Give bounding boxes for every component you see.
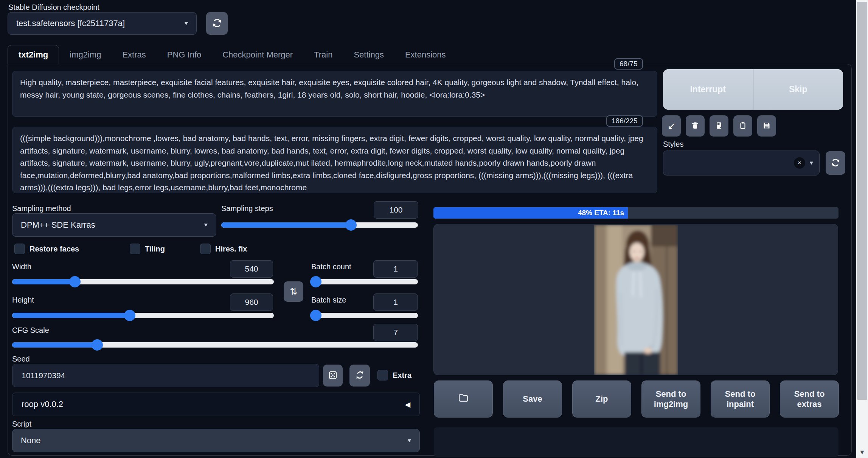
result-actions-row: Save Zip Send to img2img Send to inpaint… [434,380,839,418]
roop-accordion-title: roop v0.0.2 [22,399,63,409]
swap-width-height-button[interactable]: ⇅ [284,281,303,302]
prompt-token-counter: 68/75 [614,58,643,70]
batch-size-slider[interactable] [313,313,418,318]
progress-text: 48% ETA: 11s [578,209,624,217]
restore-faces-checkbox[interactable] [14,244,25,254]
chevron-down-icon: ▼ [408,438,411,443]
batch-count-label: Batch count [311,262,351,271]
send-to-img2img-button[interactable]: Send to img2img [641,380,700,418]
styles-dropdown[interactable]: × ▼ [663,151,820,175]
styles-label: Styles [663,140,683,149]
generate-controls: Interrupt Skip [663,69,843,110]
cfg-scale-value[interactable]: 7 [373,324,418,341]
recycle-icon [355,370,365,381]
reuse-seed-button[interactable] [349,365,370,387]
extra-seed-checkbox[interactable] [377,370,388,380]
save-style-button[interactable] [757,115,776,137]
width-slider[interactable] [12,279,274,284]
tab-checkpoint-merger[interactable]: Checkpoint Merger [212,45,303,64]
checkpoint-dropdown[interactable]: test.safetensors [fc2511737a] ▼ [8,12,197,35]
scrollbar-thumb[interactable] [857,2,867,400]
paste-generation-params-button[interactable]: ↙ [662,115,681,137]
scrollbar-down-arrow[interactable]: ▼ [856,449,868,455]
swap-dimensions-icon: ⇅ [290,286,297,297]
refresh-icon [831,158,840,169]
height-slider[interactable] [12,313,274,318]
arrow-down-left-icon: ↙ [668,121,675,132]
prompt-input[interactable]: High quality, masterpiece, masterpiece, … [12,71,657,117]
save-button[interactable]: Save [503,380,562,418]
open-folder-button[interactable] [434,380,493,418]
skip-button[interactable]: Skip [753,69,843,110]
image-preview-panel[interactable] [433,224,838,375]
slider-handle[interactable] [92,339,103,351]
sampling-method-label: Sampling method [12,204,71,213]
negative-prompt-input[interactable]: (((simple background))),monochrome ,lowr… [12,127,657,193]
tiling-checkbox[interactable] [130,244,140,254]
batch-size-label: Batch size [311,296,346,304]
slider-handle[interactable] [310,310,321,321]
interrupt-button[interactable]: Interrupt [663,69,753,110]
seed-input[interactable] [12,364,319,387]
hires-fix-checkbox[interactable] [200,244,211,254]
progress-bar-fill: 48% ETA: 11s [433,207,628,219]
stable-diffusion-webui: Stable Diffusion checkpoint test.safeten… [0,0,868,458]
refresh-checkpoint-button[interactable] [206,12,228,35]
sampling-steps-value[interactable]: 100 [374,201,418,219]
slider-handle[interactable] [310,276,321,287]
send-to-inpaint-button[interactable]: Send to inpaint [711,380,770,418]
tab-png-info[interactable]: PNG Info [157,45,212,64]
chevron-down-icon: ▼ [204,223,208,227]
tab-settings[interactable]: Settings [343,45,394,64]
negative-prompt-token-counter: 186/225 [606,115,643,127]
random-seed-button[interactable] [323,365,343,387]
batch-size-value[interactable]: 1 [373,293,418,311]
script-dropdown-value: None [21,436,41,446]
progress-bar: 48% ETA: 11s [433,207,838,219]
script-dropdown[interactable]: None ▼ [12,429,420,452]
batch-count-slider[interactable] [313,279,418,284]
slider-handle[interactable] [345,219,357,231]
cfg-scale-label: CFG Scale [12,326,49,335]
tab-img2img[interactable]: img2img [59,45,112,64]
trash-icon [691,121,700,131]
slider-handle[interactable] [124,310,135,321]
tiling-label: Tiling [145,245,165,253]
cfg-scale-slider[interactable] [12,342,418,348]
chevron-down-icon: ▼ [810,161,813,165]
checkpoint-dropdown-value: test.safetensors [fc2511737a] [16,19,125,28]
slider-handle[interactable] [69,276,81,287]
sampling-method-value: DPM++ SDE Karras [21,220,95,230]
folder-icon [458,392,469,406]
batch-count-value[interactable]: 1 [373,260,418,278]
prompt-tools-row: ↙ [662,115,776,137]
extra-networks-button[interactable] [710,115,728,137]
extra-networks-card-icon [714,121,724,131]
clear-prompt-button[interactable] [686,115,705,137]
sampling-method-dropdown[interactable]: DPM++ SDE Karras ▼ [12,213,216,237]
send-to-extras-button[interactable]: Send to extras [780,380,839,418]
width-value[interactable]: 540 [230,260,273,278]
tab-txt2img[interactable]: txt2img [8,45,59,64]
main-tabs: txt2img img2img Extras PNG Info Checkpoi… [8,44,457,64]
sampling-steps-slider[interactable] [221,222,418,228]
roop-accordion[interactable]: roop v0.0.2 ◀ [12,393,420,416]
page-scrollbar[interactable]: ▼ [856,0,868,458]
tab-extensions[interactable]: Extensions [394,45,457,64]
zip-button[interactable]: Zip [572,380,631,418]
extra-seed-row: Extra [377,370,411,380]
clear-styles-icon[interactable]: × [794,157,805,169]
checkpoint-label: Stable Diffusion checkpoint [8,3,99,12]
extra-seed-label: Extra [393,371,411,380]
apply-styles-button[interactable] [733,115,752,137]
chevron-down-icon: ▼ [185,21,188,26]
script-label: Script [12,420,31,429]
refresh-styles-button[interactable] [826,151,845,175]
sampling-steps-label: Sampling steps [221,204,273,213]
tab-extras[interactable]: Extras [112,45,156,64]
tiling-checkbox-row: Tiling [130,244,165,254]
generated-image[interactable] [594,225,678,375]
restore-faces-checkbox-row: Restore faces [14,244,79,254]
tab-train[interactable]: Train [303,45,343,64]
height-value[interactable]: 960 [230,293,273,311]
